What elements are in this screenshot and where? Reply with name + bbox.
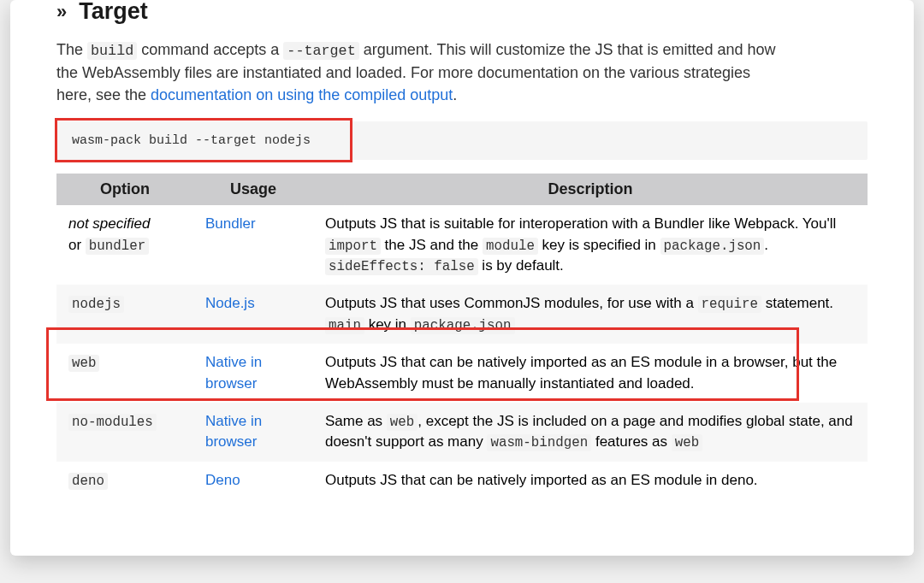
table-row: nodejs Node.js Outputs JS that uses Comm… — [56, 285, 868, 344]
heading-text: Target — [79, 0, 148, 25]
not-specified: not specified — [68, 215, 150, 232]
intro-text: command accepts a — [137, 41, 283, 58]
cell-usage: Native in browser — [193, 403, 313, 462]
option-code: deno — [68, 473, 108, 490]
usage-link-native-browser[interactable]: Native in browser — [205, 413, 262, 450]
usage-link-native-browser[interactable]: Native in browser — [205, 354, 262, 391]
table-row: web Native in browser Outputs JS that ca… — [56, 344, 868, 402]
usage-link-deno[interactable]: Deno — [205, 472, 240, 488]
table-header-row: Option Usage Description — [56, 174, 868, 205]
cell-description: Outputs JS that can be natively imported… — [313, 462, 868, 499]
cell-option: not specified or bundler — [56, 205, 193, 285]
intro-text: The — [56, 41, 87, 58]
th-usage: Usage — [193, 174, 313, 205]
option-code: bundler — [86, 238, 149, 255]
code-block: wasm-pack build --target nodejs — [56, 121, 868, 160]
option-or: or — [68, 237, 86, 253]
code-target-flag: --target — [283, 42, 358, 60]
table-wrap: Option Usage Description not specified o… — [56, 174, 868, 499]
cell-usage: Native in browser — [193, 344, 313, 402]
cell-description: Outputs JS that is suitable for interope… — [313, 205, 868, 285]
th-description: Description — [313, 174, 868, 205]
table-row: not specified or bundler Bundler Outputs… — [56, 205, 868, 285]
cell-option: deno — [56, 462, 193, 499]
option-code: web — [68, 355, 99, 372]
option-code: nodejs — [68, 296, 124, 313]
section-heading: » Target — [56, 0, 868, 25]
code-build: build — [87, 42, 137, 60]
cell-option: web — [56, 344, 193, 402]
heading-marker-icon: » — [56, 1, 67, 23]
cell-description: Outputs JS that can be natively imported… — [313, 344, 868, 402]
doc-card: » Target The build command accepts a --t… — [10, 0, 914, 556]
target-table: Option Usage Description not specified o… — [56, 174, 868, 499]
usage-link-bundler[interactable]: Bundler — [205, 215, 256, 232]
usage-link-nodejs[interactable]: Node.js — [205, 295, 255, 311]
intro-paragraph: The build command accepts a --target arg… — [56, 38, 784, 106]
code-block-wrap: wasm-pack build --target nodejs — [56, 121, 868, 160]
cell-option: nodejs — [56, 285, 193, 344]
cell-usage: Bundler — [193, 205, 313, 285]
cell-option: no-modules — [56, 403, 193, 462]
cell-usage: Node.js — [193, 285, 313, 344]
intro-text: . — [453, 86, 457, 103]
table-row: no-modules Native in browser Same as web… — [56, 403, 868, 462]
doc-content: » Target The build command accepts a --t… — [10, 0, 914, 499]
table-row: deno Deno Outputs JS that can be nativel… — [56, 462, 868, 499]
docs-link[interactable]: documentation on using the compiled outp… — [151, 86, 453, 103]
th-option: Option — [56, 174, 193, 205]
cell-usage: Deno — [193, 462, 313, 499]
cell-description: Outputs JS that uses CommonJS modules, f… — [313, 285, 868, 344]
option-code: no-modules — [68, 414, 157, 431]
cell-description: Same as web, except the JS is included o… — [313, 403, 868, 462]
